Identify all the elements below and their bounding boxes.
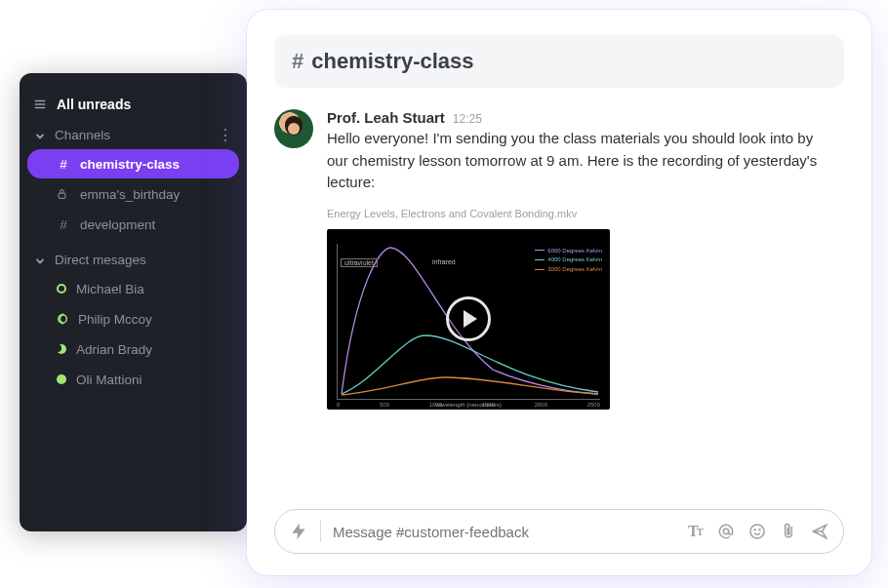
menu-icon xyxy=(33,98,47,111)
sidebar-item-label: development xyxy=(80,217,155,232)
svg-point-8 xyxy=(759,529,760,530)
channel-header[interactable]: # chemistry-class xyxy=(274,35,844,88)
dm-item-label: Philip Mccoy xyxy=(78,312,152,327)
avatar[interactable] xyxy=(274,109,313,148)
video-label-ir: infrared xyxy=(432,258,456,265)
message-author[interactable]: Prof. Leah Stuart xyxy=(327,109,445,126)
presence-moon-icon xyxy=(57,344,66,354)
sidebar-item-development[interactable]: # development xyxy=(27,210,239,239)
emoji-icon[interactable] xyxy=(747,522,767,541)
dms-section-header[interactable]: Direct mesages xyxy=(20,247,247,273)
mention-icon[interactable] xyxy=(716,522,736,541)
chevron-down-icon xyxy=(33,129,47,142)
legend-item: 3000 Degrees Kelvin xyxy=(535,265,602,275)
message-text: Hello everyone! I'm sending you the clas… xyxy=(327,128,834,194)
all-unreads-label: All unreads xyxy=(57,97,131,112)
channels-section-label: Channels xyxy=(55,128,110,142)
dm-item-philip[interactable]: Philip Mccoy xyxy=(27,304,239,333)
attachment-icon[interactable] xyxy=(779,522,798,541)
dm-item-adrian[interactable]: Adrian Brady xyxy=(27,334,239,364)
legend-item: 6000 Degrees Kelvin xyxy=(535,247,602,256)
svg-rect-3 xyxy=(59,193,65,198)
formatting-icon[interactable]: TT xyxy=(685,522,705,541)
svg-point-7 xyxy=(754,529,755,530)
play-button[interactable] xyxy=(446,296,491,341)
message-time: 12:25 xyxy=(453,112,482,126)
sidebar-item-label: chemistry-class xyxy=(80,157,180,172)
message-composer: TT xyxy=(274,509,844,554)
lightning-icon[interactable] xyxy=(289,522,308,541)
dms-section-label: Direct mesages xyxy=(55,253,146,267)
hash-icon: # xyxy=(57,217,70,232)
message: Prof. Leah Stuart 12:25 Hello everyone! … xyxy=(274,109,844,495)
divider xyxy=(320,521,321,542)
sidebar-item-emmas-birthday[interactable]: emma's_birthday xyxy=(27,179,239,209)
sidebar-item-chemistry-class[interactable]: # chemistry-class xyxy=(27,149,239,178)
channels-section-header[interactable]: Channels ⋮ xyxy=(20,122,247,148)
video-attachment[interactable]: ultraviolet infrared 6000 Degrees Kelvin… xyxy=(327,229,610,410)
svg-point-6 xyxy=(750,525,764,538)
dm-item-label: Oli Mattioni xyxy=(76,372,142,387)
channel-name: chemistry-class xyxy=(311,49,473,74)
sidebar-item-label: emma's_birthday xyxy=(80,187,180,202)
lock-icon xyxy=(57,188,70,200)
legend-item: 4000 Degrees Kelvin xyxy=(535,255,602,265)
message-body: Prof. Leah Stuart 12:25 Hello everyone! … xyxy=(327,109,844,495)
all-unreads-header[interactable]: All unreads xyxy=(20,91,247,122)
chat-panel: # chemistry-class Prof. Leah Stuart 12:2… xyxy=(247,10,871,575)
dm-item-oli[interactable]: Oli Mattioni xyxy=(27,365,239,394)
dm-item-label: Michael Bia xyxy=(76,282,144,296)
message-input[interactable] xyxy=(333,524,673,540)
dm-item-michael[interactable]: Michael Bia xyxy=(27,274,239,303)
dm-item-label: Adrian Brady xyxy=(76,342,152,357)
send-icon[interactable] xyxy=(810,522,829,541)
hash-icon: # xyxy=(57,157,70,172)
attachment-filename: Energy Levels, Electrons and Covalent Bo… xyxy=(327,208,844,219)
svg-point-5 xyxy=(723,529,728,533)
presence-online-icon xyxy=(57,374,66,384)
video-legend: 6000 Degrees Kelvin 4000 Degrees Kelvin … xyxy=(535,247,602,275)
video-label-uv: ultraviolet xyxy=(341,258,378,267)
hash-icon: # xyxy=(292,49,303,74)
presence-away-icon xyxy=(57,313,68,325)
more-icon[interactable]: ⋮ xyxy=(218,128,233,143)
sidebar: All unreads Channels ⋮ # chemistry-class… xyxy=(20,73,247,531)
presence-ring-icon xyxy=(57,284,66,294)
video-x-axis-label: wavelength (nanometers) xyxy=(327,402,610,408)
chevron-down-icon xyxy=(33,254,47,267)
